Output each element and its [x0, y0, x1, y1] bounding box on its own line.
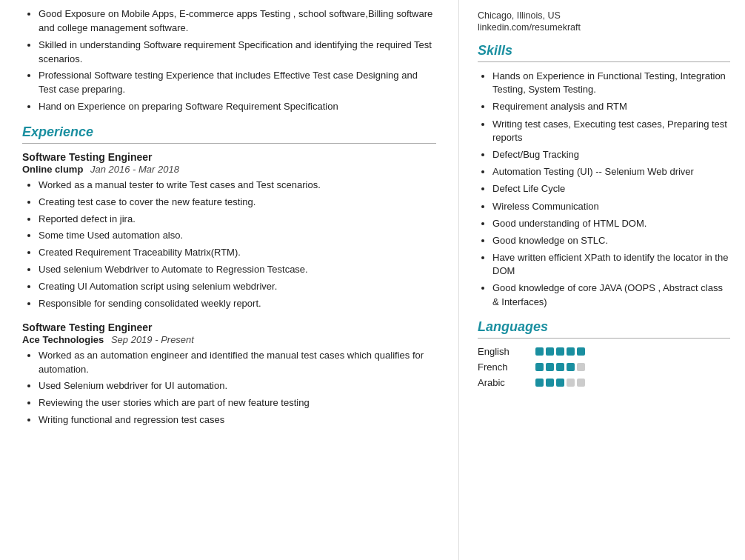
lang-dot-0-2: [556, 347, 564, 356]
lang-row-0: English: [478, 346, 730, 357]
exp1-dates: Jan 2016 - Mar 2018: [90, 164, 179, 175]
exp2-bullet-1: Used Selenium webdriver for UI automatio…: [39, 379, 436, 393]
exp1-bullet-0: Worked as a manual tester to write Test …: [39, 179, 436, 193]
skill-5: Defect Life Cycle: [492, 182, 730, 196]
lang-dot-0-0: [535, 347, 544, 356]
lang-dot-2-3: [567, 379, 575, 387]
languages-rows: EnglishFrenchArabic: [478, 346, 730, 388]
exp2-company-line: Ace Technologies Sep 2019 - Present: [22, 334, 436, 345]
skill-4: Automation Testing (UI) -- Selenium Web …: [492, 165, 730, 179]
lang-dot-1-2: [556, 363, 564, 371]
exp1-company: Online clump: [22, 164, 83, 175]
skill-10: Good knowledge of core JAVA (OOPS , Abst…: [492, 281, 730, 308]
exp1-bullet-5: Used selenium Webdriver to Automate to R…: [39, 263, 436, 277]
exp1-title: Software Testing Engineer: [22, 151, 436, 163]
summary-item-4: Hand on Experience on preparing Software…: [39, 100, 436, 114]
contact-section: Chicago, Illinois, US linkedin.com/resum…: [478, 10, 730, 33]
summary-item-1: Good Exposure on Mobile Apps, E-commerce…: [39, 7, 436, 36]
lang-dot-1-0: [535, 363, 544, 371]
lang-dot-1-1: [546, 363, 554, 371]
lang-name-2: Arabic: [478, 377, 529, 388]
languages-section: Languages EnglishFrenchArabic: [478, 319, 730, 388]
languages-section-title: Languages: [478, 319, 730, 335]
skills-list: Hands on Experience in Functional Testin…: [478, 70, 730, 309]
left-column: Good Exposure on Mobile Apps, E-commerce…: [0, 0, 459, 560]
skill-6: Wireless Communication: [492, 200, 730, 213]
skill-8: Good knowledge on STLC.: [492, 234, 730, 247]
experience-divider: [22, 143, 436, 144]
lang-dots-2: [535, 379, 585, 387]
exp1-bullet-7: Responsible for sending consolidated wee…: [39, 297, 436, 311]
exp2-bullet-2: Reviewing the user stories which are par…: [39, 396, 436, 410]
resume-container: Good Exposure on Mobile Apps, E-commerce…: [0, 0, 745, 560]
contact-linkedin: linkedin.com/resumekraft: [478, 22, 730, 33]
summary-item-3: Professional Software testing Experience…: [39, 69, 436, 97]
summary-item-2: Skilled in understanding Software requir…: [39, 39, 436, 67]
exp1-bullet-3: Some time Used automation also.: [39, 229, 436, 243]
experience-section-title: Experience: [22, 124, 436, 140]
lang-dot-1-4: [577, 363, 585, 371]
experience-block-2: Software Testing Engineer Ace Technologi…: [22, 321, 436, 427]
skill-1: Requirement analysis and RTM: [492, 100, 730, 113]
lang-dot-2-4: [577, 379, 585, 387]
exp2-dates: Sep 2019 - Present: [111, 334, 194, 345]
lang-dot-2-0: [535, 379, 544, 387]
lang-dots-0: [535, 347, 585, 356]
exp2-bullet-0: Worked as an automation engineer and ide…: [39, 349, 436, 377]
skill-7: Good understanding of HTML DOM.: [492, 217, 730, 230]
lang-name-0: English: [478, 346, 529, 357]
exp1-bullet-1: Creating test case to cover the new feat…: [39, 196, 436, 210]
lang-dot-0-1: [546, 347, 554, 356]
lang-dot-1-3: [567, 363, 575, 371]
skill-2: Writing test cases, Executing test cases…: [492, 118, 730, 144]
right-column: Chicago, Illinois, US linkedin.com/resum…: [459, 0, 745, 560]
lang-dot-0-3: [567, 347, 575, 356]
exp1-bullet-4: Created Requirement Traceability Matrix(…: [39, 246, 436, 260]
lang-dot-2-2: [556, 379, 564, 387]
exp2-list: Worked as an automation engineer and ide…: [22, 349, 436, 427]
exp1-company-line: Online clump Jan 2016 - Mar 2018: [22, 164, 436, 175]
experience-block-1: Software Testing Engineer Online clump J…: [22, 151, 436, 311]
languages-divider: [478, 338, 730, 339]
skill-9: Have written efficient XPath to identify…: [492, 251, 730, 278]
skill-3: Defect/Bug Tracking: [492, 148, 730, 161]
lang-dot-2-1: [546, 379, 554, 387]
exp1-bullet-6: Creating UI Automation script using sele…: [39, 280, 436, 294]
exp2-bullet-3: Writing functional and regression test c…: [39, 413, 436, 427]
lang-dot-0-4: [577, 347, 585, 356]
summary-list: Good Exposure on Mobile Apps, E-commerce…: [22, 7, 436, 114]
exp1-list: Worked as a manual tester to write Test …: [22, 179, 436, 311]
skill-0: Hands on Experience in Functional Testin…: [492, 70, 730, 96]
lang-row-2: Arabic: [478, 377, 730, 388]
lang-row-1: French: [478, 361, 730, 373]
exp2-title: Software Testing Engineer: [22, 321, 436, 333]
exp1-bullet-2: Reported defect in jira.: [39, 213, 436, 227]
lang-name-1: French: [478, 361, 529, 373]
exp2-company: Ace Technologies: [22, 334, 104, 345]
skills-section-title: Skills: [478, 43, 730, 59]
contact-location: Chicago, Illinois, US: [478, 10, 730, 21]
lang-dots-1: [535, 363, 585, 371]
skills-divider: [478, 61, 730, 62]
